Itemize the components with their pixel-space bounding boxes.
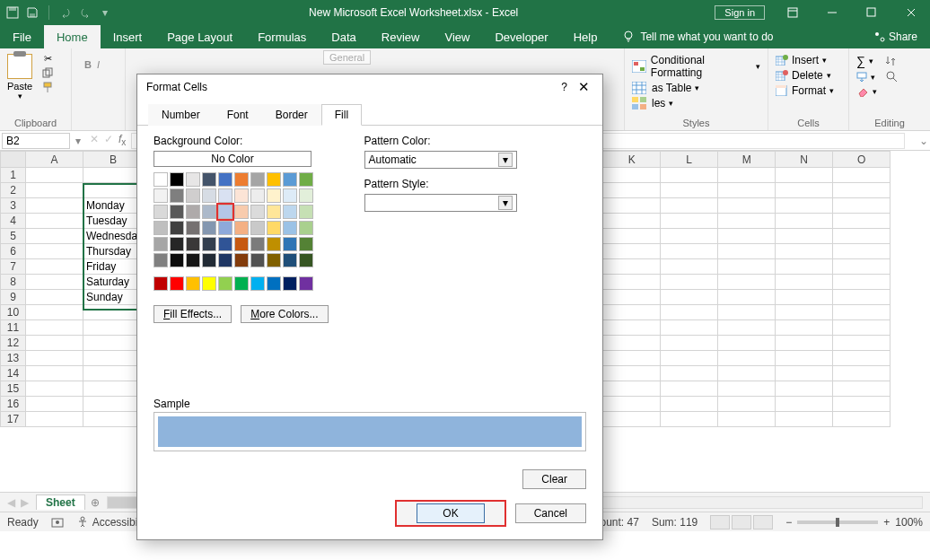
standard-color-swatch[interactable] xyxy=(267,276,281,291)
cell[interactable] xyxy=(718,320,776,336)
close-button[interactable] xyxy=(892,0,930,25)
tab-review[interactable]: Review xyxy=(369,25,433,48)
color-swatch[interactable] xyxy=(186,221,200,235)
normal-view-button[interactable] xyxy=(710,515,730,529)
cell[interactable] xyxy=(718,397,776,412)
tab-file[interactable]: File xyxy=(0,25,44,48)
row-header[interactable]: 3 xyxy=(1,198,26,214)
standard-color-swatch[interactable] xyxy=(218,276,232,291)
cell[interactable] xyxy=(718,183,776,198)
cell[interactable] xyxy=(603,244,661,259)
row-header[interactable]: 9 xyxy=(1,290,26,305)
column-header[interactable]: M xyxy=(718,152,776,168)
color-swatch[interactable] xyxy=(234,253,249,267)
row-header[interactable]: 17 xyxy=(1,412,26,427)
cell[interactable] xyxy=(776,183,833,198)
row-header[interactable]: 12 xyxy=(1,336,26,351)
color-swatch[interactable] xyxy=(170,188,184,203)
page-layout-view-button[interactable] xyxy=(732,515,751,529)
cell[interactable] xyxy=(661,397,718,412)
sheet-nav-prev-icon[interactable]: ◀ xyxy=(7,496,15,509)
dialog-tab-number[interactable]: Number xyxy=(148,104,214,126)
color-swatch[interactable] xyxy=(202,172,216,187)
color-swatch[interactable] xyxy=(186,188,200,203)
color-swatch[interactable] xyxy=(283,205,297,219)
cell[interactable] xyxy=(661,168,718,183)
row-header[interactable]: 4 xyxy=(1,214,26,229)
cell[interactable] xyxy=(83,351,144,366)
color-swatch[interactable] xyxy=(186,205,200,219)
row-header[interactable]: 8 xyxy=(1,275,26,290)
format-cells-button[interactable]: Format▾ xyxy=(776,84,841,97)
standard-color-swatch[interactable] xyxy=(186,276,200,291)
formula-bar-expand-icon[interactable]: ⌄ xyxy=(917,135,930,147)
pattern-color-select[interactable]: Automatic ▾ xyxy=(364,151,517,169)
cell[interactable] xyxy=(718,305,776,320)
enter-formula-icon[interactable]: ✓ xyxy=(104,133,113,147)
cell[interactable] xyxy=(661,229,718,244)
row-header[interactable]: 13 xyxy=(1,351,26,366)
cell[interactable] xyxy=(661,351,718,366)
color-swatch[interactable] xyxy=(299,188,313,203)
cell[interactable] xyxy=(603,214,661,229)
row-header[interactable]: 6 xyxy=(1,244,26,259)
fill-effects-button[interactable]: Fill Effects... xyxy=(154,305,232,323)
tab-developer[interactable]: Developer xyxy=(482,25,560,48)
minimize-button[interactable] xyxy=(813,0,851,25)
color-swatch[interactable] xyxy=(186,172,200,187)
row-header[interactable]: 7 xyxy=(1,259,26,275)
cell[interactable] xyxy=(833,183,891,198)
zoom-slider[interactable] xyxy=(797,521,878,524)
column-header[interactable]: O xyxy=(833,152,891,168)
cell[interactable] xyxy=(603,229,661,244)
sign-in-button[interactable]: Sign in xyxy=(715,5,765,20)
column-header[interactable]: K xyxy=(603,152,661,168)
share-button[interactable]: Share xyxy=(862,25,930,48)
standard-color-swatch[interactable] xyxy=(234,276,249,291)
cell[interactable] xyxy=(603,320,661,336)
cell[interactable] xyxy=(26,412,83,427)
color-swatch[interactable] xyxy=(250,172,265,187)
autosum-button[interactable]: ∑▾ xyxy=(856,54,923,68)
color-swatch[interactable] xyxy=(218,188,232,203)
color-swatch[interactable] xyxy=(170,237,184,251)
color-swatch[interactable] xyxy=(250,221,265,235)
cell[interactable] xyxy=(26,290,83,305)
cell[interactable] xyxy=(603,366,661,381)
color-swatch[interactable] xyxy=(218,237,232,251)
color-swatch[interactable] xyxy=(170,205,184,219)
color-swatch[interactable] xyxy=(250,253,265,267)
color-swatch[interactable] xyxy=(267,205,281,219)
color-swatch[interactable] xyxy=(202,237,216,251)
cell[interactable] xyxy=(603,183,661,198)
color-swatch[interactable] xyxy=(234,188,249,203)
standard-color-swatch[interactable] xyxy=(250,276,265,291)
color-swatch[interactable] xyxy=(186,237,200,251)
column-header[interactable]: A xyxy=(26,152,83,168)
tab-formulas[interactable]: Formulas xyxy=(245,25,319,48)
color-swatch[interactable] xyxy=(154,205,168,219)
row-header[interactable]: 14 xyxy=(1,366,26,381)
cell[interactable]: Friday xyxy=(83,259,144,275)
sheet-nav-next-icon[interactable]: ▶ xyxy=(21,496,29,509)
cell[interactable] xyxy=(718,259,776,275)
cell[interactable] xyxy=(776,336,833,351)
zoom-in-button[interactable]: + xyxy=(883,516,890,529)
find-select-icon[interactable] xyxy=(886,71,899,83)
cell[interactable] xyxy=(26,397,83,412)
name-box[interactable] xyxy=(2,133,70,149)
row-header[interactable]: 5 xyxy=(1,229,26,244)
paste-button[interactable]: Paste ▾ xyxy=(7,52,32,101)
color-swatch[interactable] xyxy=(267,221,281,235)
cell[interactable] xyxy=(26,336,83,351)
color-swatch[interactable] xyxy=(283,237,297,251)
add-sheet-icon[interactable]: ⊕ xyxy=(91,496,100,509)
color-swatch[interactable] xyxy=(234,172,249,187)
standard-color-swatch[interactable] xyxy=(202,276,216,291)
dialog-close-icon[interactable]: ✕ xyxy=(575,79,593,95)
zoom-out-button[interactable]: − xyxy=(785,516,792,529)
color-swatch[interactable] xyxy=(218,205,232,219)
undo-icon[interactable] xyxy=(58,5,73,20)
maximize-button[interactable] xyxy=(853,0,891,25)
copy-icon[interactable] xyxy=(39,66,56,79)
